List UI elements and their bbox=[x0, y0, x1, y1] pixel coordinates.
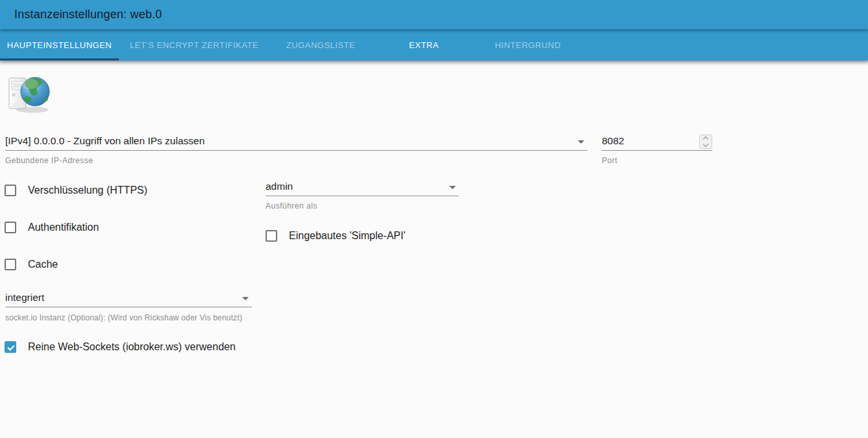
chevron-down-icon bbox=[449, 186, 456, 189]
chevron-down-icon bbox=[242, 297, 249, 300]
checkbox-box bbox=[5, 185, 16, 196]
tab-haupteinstellungen[interactable]: HAUPTEINSTELLUNGEN bbox=[0, 29, 119, 60]
checkbox-simple-api[interactable]: Eingebautes 'Simple-API' bbox=[266, 230, 406, 242]
socketio-instance-label: socket.io Instanz (Optional): (Wird von … bbox=[5, 313, 242, 322]
dialog-titlebar: Instanzeinstellungen: web.0 bbox=[0, 0, 868, 29]
globe-icon bbox=[21, 77, 49, 106]
settings-panel: [IPv4] 0.0.0.0 - Zugriff von allen IPs z… bbox=[0, 60, 868, 438]
port-input[interactable]: 8082 bbox=[602, 133, 712, 151]
socketio-instance-select[interactable]: integriert bbox=[5, 289, 252, 307]
tab-bar: HAUPTEINSTELLUNGEN LET'S ENCRYPT ZERTIFI… bbox=[0, 29, 868, 60]
instance-settings-dialog: Instanzeinstellungen: web.0 HAUPTEINSTEL… bbox=[0, 0, 868, 438]
port-value: 8082 bbox=[602, 133, 712, 149]
checkbox-box-checked bbox=[5, 341, 16, 353]
web-adapter-icon bbox=[5, 70, 52, 116]
tab-hintergrund: HINTERGRUND bbox=[476, 29, 580, 60]
checkbox-label: Authentifikation bbox=[28, 222, 99, 233]
tab-zugangsliste: ZUGANGSLISTE bbox=[269, 29, 372, 60]
tab-extra[interactable]: EXTRA bbox=[372, 29, 476, 60]
checkbox-label: Eingebautes 'Simple-API' bbox=[289, 230, 406, 242]
run-as-value: admin bbox=[266, 178, 459, 195]
checkbox-box bbox=[5, 259, 16, 270]
checkbox-cache[interactable]: Cache bbox=[5, 259, 58, 270]
port-label: Port bbox=[602, 156, 617, 165]
checkbox-label: Reine Web-Sockets (iobroker.ws) verwende… bbox=[28, 341, 236, 353]
port-stepper[interactable] bbox=[699, 135, 712, 149]
chevron-down-icon bbox=[578, 140, 584, 144]
active-tab-indicator bbox=[0, 58, 119, 60]
checkbox-authentication[interactable]: Authentifikation bbox=[5, 222, 99, 233]
checkbox-encryption-https[interactable]: Verschlüsselung (HTTPS) bbox=[5, 185, 147, 196]
checkbox-box bbox=[266, 230, 277, 242]
bind-ip-label: Gebundene IP-Adresse bbox=[5, 156, 93, 165]
stepper-down-icon bbox=[703, 142, 708, 147]
tab-lets-encrypt-zertifikate: LET'S ENCRYPT ZERTIFIKATE bbox=[119, 29, 269, 60]
checkbox-label: Verschlüsselung (HTTPS) bbox=[28, 185, 147, 196]
bind-ip-select[interactable]: [IPv4] 0.0.0.0 - Zugriff von allen IPs z… bbox=[5, 133, 588, 151]
checkbox-box bbox=[5, 222, 16, 233]
checkbox-label: Cache bbox=[28, 259, 58, 270]
dialog-title: Instanzeinstellungen: web.0 bbox=[14, 8, 162, 21]
checkbox-pure-websockets[interactable]: Reine Web-Sockets (iobroker.ws) verwende… bbox=[5, 341, 236, 353]
run-as-label: Ausführen als bbox=[266, 201, 317, 211]
run-as-select[interactable]: admin bbox=[266, 178, 459, 196]
socketio-instance-value: integriert bbox=[5, 289, 252, 306]
bind-ip-value: [IPv4] 0.0.0.0 - Zugriff von allen IPs z… bbox=[5, 133, 588, 149]
